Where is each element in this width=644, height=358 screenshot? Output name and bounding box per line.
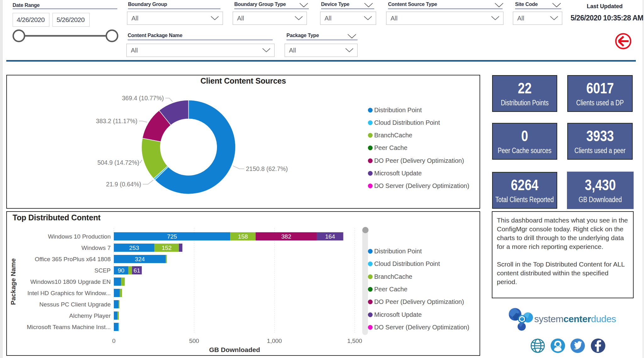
kpi-total-clients-reported[interactable]: 6264 Total Clients Reported [492,172,557,209]
legend-item[interactable]: Distribution Point [368,248,422,255]
chevron-down-icon[interactable] [495,3,503,8]
bar-category-label: SCEP [94,267,111,274]
legend-item[interactable]: Peer Cache [368,286,408,293]
boundary-group-dropdown[interactable]: All [127,12,223,25]
date-end-input[interactable]: 5/26/2020 [53,13,90,27]
site-code-value: All [513,15,550,22]
bar-chart-scrollbar-thumb[interactable] [362,227,369,233]
bar-segment[interactable] [114,300,119,308]
kpi-clients-used-dp[interactable]: 6017 Clients used a DP [567,75,633,112]
note-paragraph-1: This dashboard matches what you see in t… [497,216,629,251]
twitter-icon[interactable] [570,338,585,353]
x-axis-tick-label: 1,500 [347,338,362,344]
chevron-down-icon[interactable] [347,34,356,39]
date-range-slider[interactable] [11,28,121,43]
bar-segment[interactable] [114,289,120,297]
globe-icon[interactable] [530,338,545,353]
systemcenterdudes-logo-icon [507,306,535,332]
content-source-type-dropdown[interactable]: All [386,12,503,25]
facebook-icon[interactable] [591,338,606,353]
chevron-down-icon[interactable] [299,3,308,8]
bar-value-label: 152 [162,245,172,251]
legend-label: Microsoft Update [374,170,422,177]
bar-segment[interactable] [166,255,167,263]
legend-item[interactable]: Microsoft Update [368,311,422,318]
kpi-distribution-points[interactable]: 22 Distribution Points [492,75,557,112]
device-type-dropdown[interactable]: All [320,12,376,25]
kpi-peer-cache-sources[interactable]: 0 Peer Cache sources [492,123,557,160]
content-package-name-value: All [127,47,262,54]
legend-item[interactable]: DO Server (Delivery Optimization) [368,324,469,331]
chevron-down-icon [491,16,499,20]
legend-dot-icon [368,108,373,113]
package-type-dropdown[interactable]: All [285,44,358,57]
kpi-gb-downloaded[interactable]: 3,430 GB Downloaded [567,172,634,209]
bar-segment[interactable] [119,300,119,308]
bar-segment[interactable] [114,311,118,320]
chevron-down-icon[interactable] [552,3,561,8]
back-button[interactable] [614,32,632,50]
boundary-group-label: Boundary Group [128,2,167,7]
legend-label: Distribution Point [374,107,422,114]
bar-value-label: 61 [134,267,140,274]
bar-segment[interactable] [179,244,182,252]
bar-category-label: Windows 10 Production [48,233,111,240]
site-code-underline [515,8,561,9]
bar-category-label: Intel HD Graphics for Window... [27,290,111,296]
kpi-label: Clients used a DP [576,99,624,107]
support-icon[interactable] [550,338,565,353]
legend-dot-icon [368,120,373,125]
legend-item[interactable]: Distribution Point [368,107,422,114]
kpi-label: Peer Cache sources [498,146,552,155]
legend-item[interactable]: Cloud Distribution Point [368,119,440,126]
date-range-underline [13,8,117,9]
boundary-group-type-dropdown[interactable]: All [233,12,307,25]
bar-segment[interactable] [118,311,119,320]
boundary-group-value: All [127,15,211,22]
legend-item[interactable]: DO Peer (Delivery Optimization) [368,298,464,306]
legend-item[interactable]: BranchCache [368,273,412,280]
legend-label: DO Peer (Delivery Optimization) [374,298,464,306]
site-code-dropdown[interactable]: All [513,12,562,25]
chevron-down-icon[interactable] [364,3,373,8]
legend-item[interactable]: Microsoft Update [368,170,422,177]
date-start-input[interactable]: 4/26/2020 [13,13,49,27]
legend-dot-icon [368,158,373,163]
chevron-down-icon [262,48,270,52]
bar-value-label: 253 [129,245,139,251]
bar-segment[interactable] [121,278,125,286]
kpi-clients-used-peer[interactable]: 3933 Clients used a peer [567,123,633,160]
content-package-name-label: Content Package Name [128,33,182,38]
content-source-type-underline [388,8,502,9]
top-distributed-content-bar-chart[interactable]: 05001,0001,500Windows 10 Production72515… [7,212,480,355]
kpi-value: 6264 [511,177,539,194]
bar-chart-scrollbar[interactable] [362,228,368,335]
slider-handle-end[interactable] [106,30,118,41]
boundary-group-type-underline [234,8,309,9]
legend-item[interactable]: DO Server (Delivery Optimization) [368,182,469,190]
legend-label: Distribution Point [374,248,422,255]
bar-segment[interactable] [128,266,132,274]
package-type-underline [286,40,358,40]
legend-item[interactable]: Peer Cache [368,144,408,151]
legend-item[interactable]: BranchCache [368,132,412,139]
x-axis-tick-label: 1,000 [267,338,282,344]
bar-segment[interactable] [118,323,119,331]
x-axis-tick-label: 0 [112,338,116,344]
bar-segment[interactable] [114,323,118,331]
legend-dot-icon [368,184,373,188]
legend-dot-icon [368,274,373,279]
bar-segment[interactable] [120,289,122,297]
donut-callout-label: 504.9 (14.72%) [97,159,139,166]
boundary-group-type-value: All [233,15,295,22]
content-package-name-dropdown[interactable]: All [126,44,275,57]
kpi-value: 3,430 [585,177,616,194]
page-left-gutter [0,0,3,358]
legend-item[interactable]: Cloud Distribution Point [368,260,440,267]
legend-label: BranchCache [374,132,412,139]
donut-callout-label: 21.9 (0.64%) [106,181,141,188]
slider-handle-start[interactable] [13,30,25,41]
legend-item[interactable]: DO Peer (Delivery Optimization) [368,157,464,164]
kpi-value: 22 [518,80,532,97]
bar-segment[interactable] [114,278,121,286]
